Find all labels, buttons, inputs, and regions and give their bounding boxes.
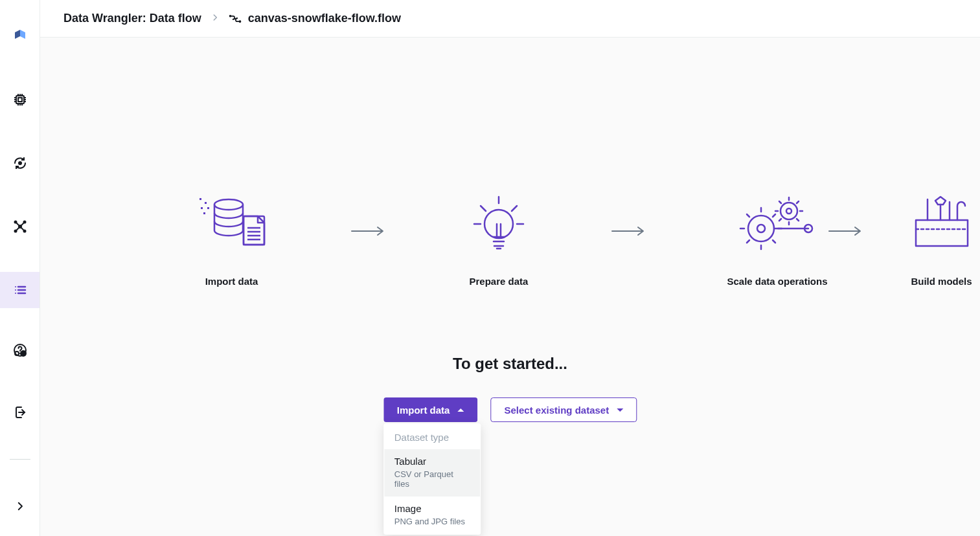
step-scale: Scale data operations xyxy=(727,193,827,287)
svg-line-23 xyxy=(20,227,25,231)
logout-icon xyxy=(12,405,28,420)
nav-logo[interactable] xyxy=(0,18,40,54)
svg-rect-44 xyxy=(199,198,201,200)
dropdown-item-tabular[interactable]: Tabular CSV or Parquet files xyxy=(384,449,480,497)
breadcrumb-root[interactable]: Data Wrangler: Data flow xyxy=(63,12,201,25)
arrow-right-icon xyxy=(611,226,647,236)
gears-icon xyxy=(738,193,816,258)
svg-point-59 xyxy=(748,216,774,241)
caret-up-icon xyxy=(457,408,464,412)
dropdown-header: Dataset type xyxy=(384,424,480,449)
main-area: Data Wrangler: Data flow canvas-snowflak… xyxy=(40,0,980,536)
import-data-icon xyxy=(193,193,271,258)
chevron-right-icon xyxy=(211,12,220,25)
flow-file-icon xyxy=(229,12,242,25)
svg-point-28 xyxy=(15,293,16,294)
svg-rect-48 xyxy=(203,212,205,214)
step-import: Import data xyxy=(193,193,271,287)
svg-point-62 xyxy=(786,208,792,214)
step-label: Prepare data xyxy=(470,276,529,287)
get-started-panel: To get started... Import data Select exi… xyxy=(383,355,637,422)
nav-help[interactable] xyxy=(0,332,40,368)
step-build: Build models xyxy=(909,193,974,287)
svg-line-54 xyxy=(481,206,486,211)
svg-line-22 xyxy=(16,227,20,231)
select-existing-button-label: Select existing dataset xyxy=(504,405,609,416)
chip-icon xyxy=(12,92,28,107)
dropdown-item-title: Tabular xyxy=(394,456,470,467)
svg-point-60 xyxy=(757,225,765,232)
list-icon xyxy=(12,282,28,298)
step-label: Import data xyxy=(205,276,258,287)
canvas-content: Import data xyxy=(40,38,980,536)
select-existing-dataset-button[interactable]: Select existing dataset xyxy=(490,397,637,422)
action-button-row: Import data Select existing dataset Data… xyxy=(383,397,637,422)
nav-graph[interactable] xyxy=(0,208,40,245)
dropdown-item-image[interactable]: Image PNG and JPG files xyxy=(384,497,480,534)
svg-point-38 xyxy=(214,199,243,210)
onboarding-steps: Import data xyxy=(167,193,854,287)
dropdown-item-subtitle: CSV or Parquet files xyxy=(394,469,470,489)
help-icon xyxy=(12,342,28,358)
side-rail xyxy=(0,0,40,536)
breadcrumb-filename: canvas-snowflake-flow.flow xyxy=(248,12,401,25)
import-data-button[interactable]: Import data xyxy=(383,397,478,422)
svg-rect-0 xyxy=(16,96,24,104)
arrow-right-icon xyxy=(350,226,387,236)
step-label: Scale data operations xyxy=(727,276,827,287)
step-label: Build models xyxy=(911,276,972,287)
svg-line-37 xyxy=(233,18,237,19)
svg-point-26 xyxy=(15,289,16,291)
dropdown-item-title: Image xyxy=(394,503,470,514)
nav-dataflow[interactable] xyxy=(0,272,40,308)
svg-rect-46 xyxy=(201,207,203,209)
get-started-title: To get started... xyxy=(453,355,567,373)
svg-point-14 xyxy=(18,161,22,165)
svg-rect-1 xyxy=(18,98,22,102)
lightbulb-icon xyxy=(466,193,531,258)
arrow-right-icon xyxy=(828,226,864,236)
nav-insights[interactable] xyxy=(0,145,40,181)
chevron-right-icon xyxy=(14,500,26,512)
svg-rect-47 xyxy=(207,207,209,209)
svg-point-35 xyxy=(229,15,231,16)
canvas-logo-icon xyxy=(12,27,28,45)
import-data-button-label: Import data xyxy=(397,405,450,416)
toolbox-icon xyxy=(909,193,974,258)
nav-logout[interactable] xyxy=(0,394,40,430)
breadcrumb: Data Wrangler: Data flow canvas-snowflak… xyxy=(40,0,980,38)
svg-line-21 xyxy=(20,222,25,227)
lightbulb-refresh-icon xyxy=(12,155,28,171)
dropdown-item-subtitle: PNG and JPG files xyxy=(394,517,470,526)
svg-line-20 xyxy=(16,222,20,227)
svg-rect-66 xyxy=(916,220,968,246)
svg-rect-45 xyxy=(205,202,207,204)
svg-point-36 xyxy=(239,21,240,22)
graph-node-icon xyxy=(12,219,28,234)
nav-chip[interactable] xyxy=(0,82,40,118)
svg-point-24 xyxy=(15,286,16,287)
caret-down-icon xyxy=(617,408,623,412)
step-prepare: Prepare data xyxy=(466,193,531,287)
breadcrumb-file: canvas-snowflake-flow.flow xyxy=(229,12,401,25)
svg-line-55 xyxy=(512,206,517,211)
svg-point-50 xyxy=(484,210,513,238)
import-data-dropdown: Dataset type Tabular CSV or Parquet file… xyxy=(383,423,481,535)
divider xyxy=(10,459,30,460)
svg-point-61 xyxy=(781,203,797,219)
svg-point-33 xyxy=(19,353,21,354)
nav-expand[interactable] xyxy=(0,488,40,524)
